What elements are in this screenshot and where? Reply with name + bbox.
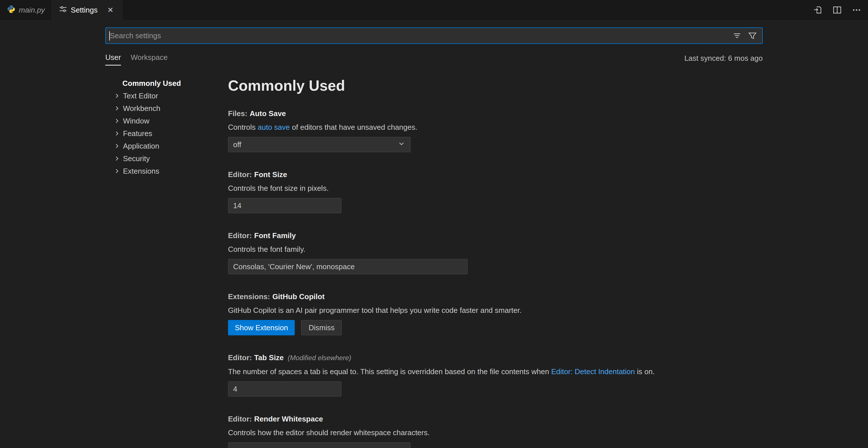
chevron-down-icon: [398, 445, 405, 448]
setting-category: Editor:: [228, 170, 252, 179]
settings-editor: User Workspace Last synced: 6 mos ago Co…: [0, 27, 868, 448]
show-extension-button[interactable]: Show Extension: [228, 320, 295, 335]
setting-title: Extensions:GitHub Copilot: [228, 291, 763, 302]
tab-label: Settings: [71, 6, 98, 14]
auto-save-select[interactable]: off: [228, 137, 411, 152]
setting-description: GitHub Copilot is an AI pair programmer …: [228, 305, 763, 315]
settings-search-box: [105, 27, 763, 44]
setting-category: Editor:: [228, 231, 252, 240]
setting-extensions-github-copilot: Extensions:GitHub Copilot GitHub Copilot…: [228, 291, 763, 335]
toc-item-features[interactable]: Features: [105, 127, 205, 140]
setting-description: The number of spaces a tab is equal to. …: [228, 366, 763, 377]
setting-title: Files:Auto Save: [228, 108, 763, 119]
setting-category: Editor:: [228, 353, 252, 362]
toc-item-security[interactable]: Security: [105, 152, 205, 165]
setting-title: Editor:Font Size: [228, 169, 763, 180]
editor-actions: [812, 0, 868, 20]
chevron-right-icon: [113, 167, 121, 175]
split-editor-icon[interactable]: [832, 4, 843, 16]
setting-description: Controls the font size in pixels.: [228, 183, 763, 193]
settings-list: Commonly Used Files:Auto Save Controls a…: [205, 77, 763, 448]
setting-files-auto-save: Files:Auto Save Controls auto save of ed…: [228, 108, 763, 152]
settings-toc: Commonly Used Text Editor Workbench Wind…: [105, 77, 205, 448]
setting-description: Controls auto save of editors that have …: [228, 122, 763, 132]
python-icon: [7, 5, 16, 15]
tab-label: main.py: [19, 6, 45, 14]
setting-label: Font Family: [254, 231, 296, 240]
tab-size-input[interactable]: [228, 381, 342, 397]
filter-list-icon[interactable]: [731, 30, 743, 41]
setting-label: Tab Size: [254, 353, 284, 362]
tab-user[interactable]: User: [105, 53, 121, 66]
scope-switcher: User Workspace Last synced: 6 mos ago: [105, 53, 763, 66]
toc-item-commonly-used[interactable]: Commonly Used: [105, 77, 205, 90]
filter-funnel-icon[interactable]: [747, 30, 758, 41]
toc-item-extensions[interactable]: Extensions: [105, 165, 205, 178]
chevron-right-icon: [113, 105, 121, 112]
chevron-right-icon: [113, 117, 121, 125]
search-input[interactable]: [106, 28, 731, 43]
setting-label: GitHub Copilot: [272, 292, 324, 301]
setting-title: Editor:Font Family: [228, 230, 763, 241]
setting-description: Controls how the editor should render wh…: [228, 427, 763, 438]
toc-item-application[interactable]: Application: [105, 140, 205, 152]
modified-elsewhere-note: (Modified elsewhere): [288, 354, 351, 361]
detect-indentation-link[interactable]: Editor: Detect Indentation: [551, 367, 635, 376]
chevron-right-icon: [113, 130, 121, 137]
setting-category: Files:: [228, 109, 247, 118]
more-actions-icon[interactable]: [851, 4, 862, 16]
setting-category: Extensions:: [228, 292, 270, 301]
open-settings-json-icon[interactable]: [812, 4, 824, 16]
setting-title: Editor:Tab Size(Modified elsewhere): [228, 352, 763, 363]
font-size-input[interactable]: [228, 198, 342, 213]
toc-item-window[interactable]: Window: [105, 115, 205, 127]
chevron-right-icon: [113, 142, 121, 150]
setting-editor-font-family: Editor:Font Family Controls the font fam…: [228, 230, 763, 274]
chevron-right-icon: [113, 155, 121, 162]
editor-tab-bar: main.py Settings ✕: [0, 0, 868, 20]
setting-editor-font-size: Editor:Font Size Controls the font size …: [228, 169, 763, 213]
tab-workspace[interactable]: Workspace: [131, 53, 168, 66]
setting-editor-render-whitespace: Editor:Render Whitespace Controls how th…: [228, 414, 763, 448]
page-title: Commonly Used: [228, 77, 763, 94]
font-family-input[interactable]: [228, 259, 468, 274]
close-icon[interactable]: ✕: [105, 5, 115, 15]
chevron-down-icon: [398, 140, 405, 150]
tab-main-py[interactable]: main.py: [0, 0, 52, 20]
last-synced-label: Last synced: 6 mos ago: [684, 54, 763, 66]
auto-save-link[interactable]: auto save: [258, 123, 290, 131]
setting-label: Font Size: [254, 170, 287, 179]
chevron-right-icon: [113, 92, 121, 99]
render-whitespace-select[interactable]: [228, 442, 411, 448]
setting-category: Editor:: [228, 415, 252, 423]
setting-label: Render Whitespace: [254, 415, 323, 423]
dismiss-button[interactable]: Dismiss: [301, 320, 342, 335]
setting-description: Controls the font family.: [228, 244, 763, 254]
setting-title: Editor:Render Whitespace: [228, 414, 763, 424]
setting-label: Auto Save: [250, 109, 286, 118]
tab-settings[interactable]: Settings ✕: [52, 0, 122, 20]
setting-editor-tab-size: Editor:Tab Size(Modified elsewhere) The …: [228, 352, 763, 397]
toc-item-text-editor[interactable]: Text Editor: [105, 90, 205, 102]
settings-sliders-icon: [59, 5, 67, 15]
text-cursor: [109, 31, 110, 40]
toc-item-workbench[interactable]: Workbench: [105, 102, 205, 115]
